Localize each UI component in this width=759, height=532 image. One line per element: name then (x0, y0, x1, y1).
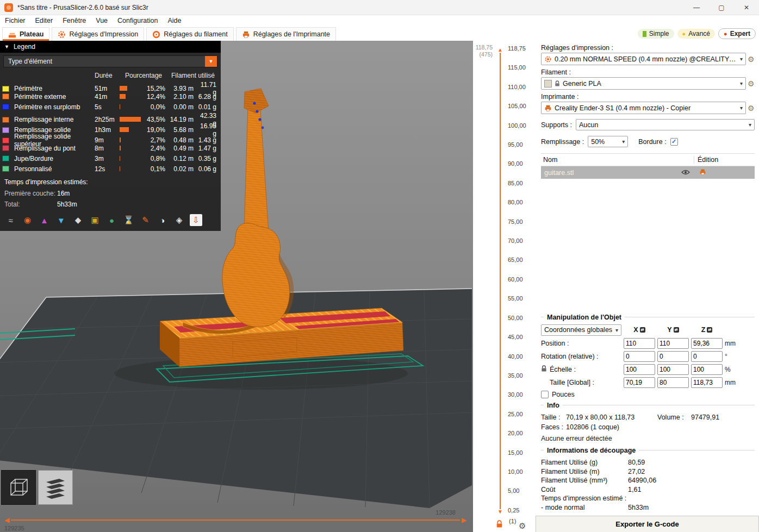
custom-gcode-icon[interactable]: ⌛ (122, 214, 135, 226)
tab-filament-settings[interactable]: Réglages du filament (146, 27, 233, 41)
rotation-y-input[interactable] (657, 351, 689, 362)
export-gcode-button[interactable]: Exporter le G-code (536, 516, 759, 532)
retractions-icon[interactable]: ▲ (38, 214, 51, 226)
menu-item[interactable]: Aide (163, 15, 186, 27)
menu-item[interactable]: Editer (30, 15, 58, 27)
feature-mass: 0.01 g (196, 103, 219, 111)
brim-checkbox[interactable]: ✓ (670, 138, 678, 146)
infill-select[interactable]: 50% ▾ (588, 136, 628, 147)
edit-preset-gear-icon[interactable]: ⚙ (748, 79, 755, 88)
layer-tick-label: 40,00 (508, 353, 526, 360)
tab-plateau[interactable]: Plateau (2, 27, 49, 41)
travel-icon[interactable]: ≈ (4, 214, 17, 226)
slider-up-handle-icon[interactable]: ▲ (497, 47, 503, 53)
scale-x-input[interactable] (624, 364, 655, 375)
bottom-layer-number: (1) (509, 518, 516, 524)
preview-view-button[interactable] (38, 470, 73, 505)
dropdown-arrow-icon[interactable]: ▼ (205, 56, 217, 67)
scale-z-input[interactable] (691, 364, 723, 375)
vslider-track[interactable] (500, 53, 501, 509)
feature-length: 0.02 m (167, 165, 196, 173)
feature-percent: 15,2% (142, 85, 167, 92)
tab-print-settings[interactable]: Réglages d'Impression (52, 27, 144, 41)
close-icon[interactable]: ✕ (734, 0, 759, 15)
filament-select[interactable]: Generic PLA ▾ (541, 77, 746, 90)
object-list-row[interactable]: guitare.stl (541, 166, 755, 179)
title-bar: *Sans titre - PrusaSlicer-2.6.0 basé sur… (0, 0, 759, 15)
gear-icon[interactable]: ⚙ (519, 521, 526, 531)
coordinate-system-select[interactable]: Coordonnées globales ▾ (541, 324, 621, 336)
size-z-input[interactable] (691, 377, 723, 388)
rotation-z-input[interactable] (691, 351, 723, 362)
hslider-track[interactable] (11, 520, 460, 521)
legend-toggle-icon[interactable]: ⇩ (190, 214, 202, 226)
object-printable-icon[interactable] (694, 168, 755, 177)
purge-icon[interactable]: ◉ (21, 214, 34, 226)
tab-printer-settings[interactable]: Réglages de l'Imprimante (236, 27, 336, 41)
size-y-input[interactable] (657, 377, 689, 388)
uniform-scale-lock-icon[interactable] (541, 365, 547, 374)
3d-viewport[interactable]: ▼ Legend Type d'élément ▼ Durée Pourcent… (0, 41, 473, 532)
mirror-z-icon[interactable]: ⇄ (707, 327, 712, 333)
printer-select[interactable]: Creality Ender-3 S1 (0.4 mm nozzle) - Co… (541, 102, 746, 114)
supports-select[interactable]: Aucun ▾ (576, 119, 755, 130)
col-duration: Durée (95, 72, 120, 79)
inches-checkbox[interactable] (541, 391, 549, 398)
menu-item[interactable]: Vue (91, 15, 113, 27)
edit-preset-gear-icon[interactable]: ⚙ (748, 55, 755, 64)
visibility-eye-icon[interactable] (677, 169, 694, 177)
feature-label: Jupe/Bordure (14, 155, 95, 162)
vertical-layer-slider[interactable]: ▲ ▼ (497, 47, 503, 515)
sliced-info-row: - mode normal 5h33m (541, 504, 755, 511)
feature-duration: 41m (95, 93, 120, 101)
gear-icon (58, 30, 66, 39)
tab-label: Plateau (20, 30, 43, 38)
position-y-input[interactable] (657, 338, 689, 349)
tool-changes-icon[interactable]: ▣ (89, 214, 101, 226)
feature-percent: 2,4% (142, 145, 167, 152)
slider-left-arrow-icon[interactable]: ◀ (4, 517, 9, 523)
seams-icon[interactable]: ◆ (72, 214, 84, 226)
scale-y-input[interactable] (657, 364, 689, 375)
col-filament: Filament utilisé (167, 72, 219, 79)
minimize-icon[interactable]: — (684, 0, 709, 15)
object-manipulation: Coordonnées globales ▾ X⇄ Y⇄ Z⇄ Position… (541, 324, 755, 388)
lock-icon[interactable] (496, 520, 503, 530)
legend-header[interactable]: ▼ Legend (0, 41, 221, 53)
3d-editor-view-button[interactable] (1, 470, 36, 505)
mode-expert-button[interactable]: ●Expert (718, 28, 756, 39)
feature-length: 3.93 m (167, 85, 196, 92)
shells-icon[interactable]: ◑ (156, 214, 169, 226)
mirror-x-icon[interactable]: ⇄ (640, 327, 645, 333)
view-type-select[interactable]: Type d'élément ▼ (3, 55, 217, 67)
slider-right-arrow-icon[interactable]: ▶ (462, 517, 466, 523)
rotation-x-input[interactable] (624, 351, 655, 362)
edit-preset-gear-icon[interactable]: ⚙ (748, 104, 755, 112)
size-x-input[interactable] (624, 377, 655, 388)
mode-advanced-button[interactable]: ●Avancé (677, 29, 715, 39)
menu-item[interactable]: Fenêtre (58, 15, 91, 27)
rotation-label: Rotation (relative) : (541, 353, 621, 360)
deretractions-icon[interactable]: ▼ (55, 214, 67, 226)
maximize-icon[interactable]: ▢ (709, 0, 734, 15)
mirror-y-icon[interactable]: ⇄ (674, 327, 679, 333)
menu-item[interactable]: Configuration (113, 15, 163, 27)
feature-color-swatch (2, 104, 9, 110)
tool-marker-icon[interactable]: ◈ (173, 214, 185, 226)
position-x-input[interactable] (624, 338, 655, 349)
menu-item[interactable]: Fichier (0, 15, 30, 27)
color-changes-icon[interactable]: ✎ (139, 214, 152, 226)
total-value: 5h33m (57, 201, 77, 208)
position-z-input[interactable] (691, 338, 723, 349)
slider-down-handle-icon[interactable]: ▼ (497, 509, 503, 515)
layer-tick-label: 35,00 (508, 372, 526, 379)
layer-tick-label: 80,00 (508, 199, 526, 205)
pause-prints-icon[interactable]: ● (105, 214, 118, 226)
mode-simple-button[interactable]: ●Simple (638, 29, 674, 39)
first-layer-time: Première couche: 16m (0, 188, 221, 199)
print-settings-select[interactable]: 0.20 mm NORMAL SPEED (0.4 mm nozzle) @CR… (541, 53, 746, 65)
horizontal-layer-slider[interactable]: ◀ ▶ (4, 517, 466, 523)
feature-duration: 12s (95, 165, 120, 173)
layer-tick-label: 45,00 (508, 334, 526, 340)
rotation-unit: ° (725, 353, 739, 360)
